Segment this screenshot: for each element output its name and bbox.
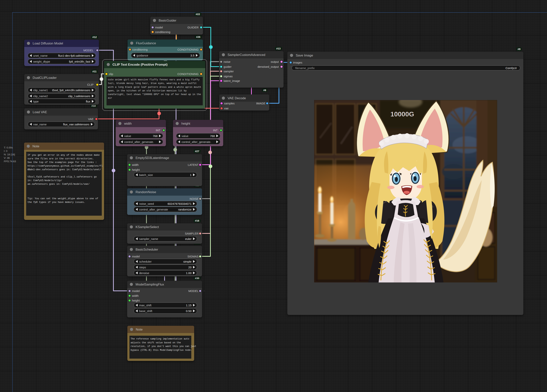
svg-text:10000G: 10000G — [390, 110, 414, 118]
